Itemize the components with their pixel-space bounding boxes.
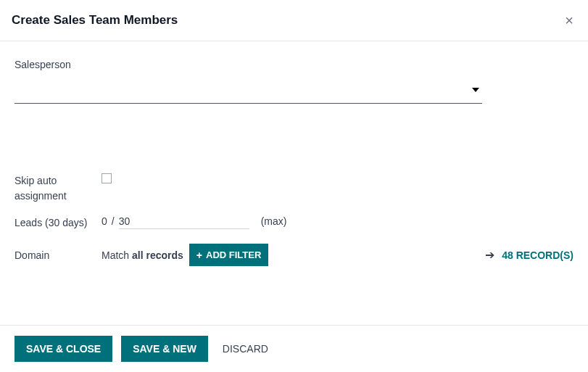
modal-body: Salesperson Skip auto assignment Leads (… [0, 41, 588, 284]
leads-max-suffix: (max) [261, 215, 287, 227]
modal-footer: SAVE & CLOSE SAVE & NEW DISCARD [0, 325, 588, 372]
salesperson-dropdown[interactable] [15, 83, 482, 104]
leads-label: Leads (30 days) [15, 214, 102, 231]
salesperson-label: Salesperson [15, 59, 573, 70]
add-filter-label: ADD FILTER [206, 249, 261, 260]
leads-separator: / [112, 215, 115, 227]
discard-button[interactable]: DISCARD [217, 336, 274, 362]
leads-row: Leads (30 days) 0 / (max) [15, 214, 573, 231]
domain-row: Domain Match all records + ADD FILTER ➔ … [15, 244, 573, 266]
modal-title: Create Sales Team Members [12, 13, 178, 28]
plus-icon: + [196, 250, 202, 260]
close-button[interactable]: × [562, 13, 576, 28]
domain-label: Domain [15, 249, 102, 261]
skip-auto-row: Skip auto assignment [15, 172, 573, 204]
save-close-button[interactable]: SAVE & CLOSE [15, 336, 112, 362]
records-count-link[interactable]: 48 RECORD(S) [502, 249, 573, 261]
modal-header: Create Sales Team Members × [0, 0, 588, 41]
skip-auto-checkbox[interactable] [102, 173, 112, 183]
close-icon: × [565, 12, 573, 28]
leads-current-value: 0 [102, 215, 107, 227]
salesperson-field-group: Salesperson [15, 59, 573, 104]
add-filter-button[interactable]: + ADD FILTER [189, 244, 269, 266]
leads-max-input[interactable] [119, 214, 249, 229]
domain-match-text: Match all records [102, 249, 183, 261]
skip-auto-label: Skip auto assignment [15, 172, 102, 204]
save-new-button[interactable]: SAVE & NEW [121, 336, 208, 362]
arrow-right-icon[interactable]: ➔ [485, 249, 494, 261]
chevron-down-icon [472, 88, 479, 92]
